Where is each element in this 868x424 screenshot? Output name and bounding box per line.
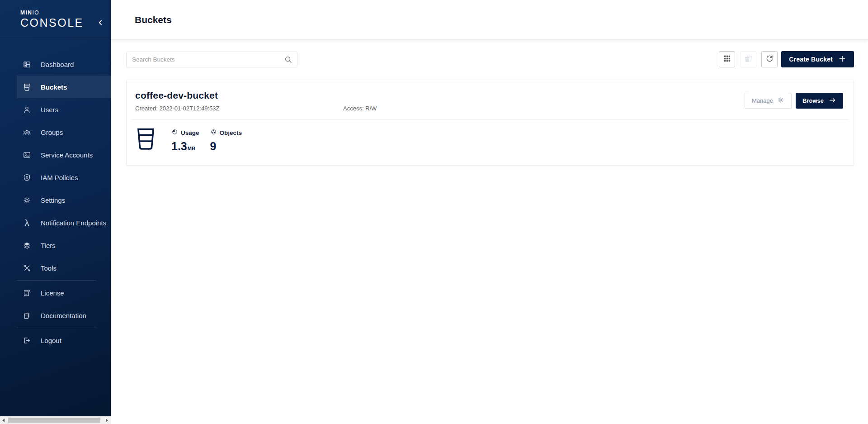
documentation-icon: [23, 311, 31, 320]
objects-value: 9: [210, 140, 242, 153]
sidebar-item-label: Dashboard: [41, 61, 74, 68]
tools-icon: [23, 264, 31, 272]
create-bucket-button[interactable]: Create Bucket: [781, 51, 854, 67]
sidebar-item-buckets[interactable]: Buckets: [17, 76, 111, 98]
sidebar: MINIO CONSOLE Dashboard Buckets Users Gr…: [0, 0, 111, 416]
page-header: Buckets: [111, 0, 868, 39]
bucket-actions: Manage Browse: [745, 93, 843, 109]
license-icon: [23, 289, 31, 297]
sidebar-item-label: Buckets: [41, 83, 67, 91]
sidebar-item-label: IAM Policies: [41, 174, 78, 181]
collapse-sidebar-button[interactable]: [95, 18, 105, 28]
sidebar-item-label: Logout: [41, 337, 61, 344]
sidebar-item-label: Tools: [41, 264, 57, 272]
objects-metric: Objects 9: [210, 129, 242, 153]
service-accounts-icon: [23, 151, 31, 159]
main-content: Buckets Create Bucket coffee-dev-bucket …: [111, 0, 868, 424]
refresh-button[interactable]: [761, 51, 778, 67]
bucket-meta: Created: 2022-01-02T12:49:53Z Access: R/…: [135, 105, 843, 112]
sidebar-item-notification-endpoints[interactable]: λ Notification Endpoints: [17, 211, 111, 234]
minio-logo: MINIO: [20, 10, 111, 15]
sidebar-item-tiers[interactable]: Tiers: [17, 234, 111, 257]
sidebar-item-label: License: [41, 289, 64, 297]
sidebar-divider: [17, 280, 96, 281]
shield-icon: [23, 173, 31, 182]
logo-text-bold: MIN: [20, 10, 33, 16]
usage-unit: MB: [188, 146, 195, 151]
sidebar-nav: Dashboard Buckets Users Groups Service A…: [0, 53, 111, 352]
lambda-icon: λ: [23, 219, 31, 227]
sidebar-item-label: Users: [41, 106, 58, 114]
search-icon: [284, 55, 292, 66]
logo-text-light: IO: [33, 10, 40, 16]
pie-chart-icon: [171, 129, 178, 137]
sidebar-item-groups[interactable]: Groups: [17, 121, 111, 143]
page-title: Buckets: [135, 14, 172, 25]
refresh-icon: [765, 54, 774, 65]
scrollbar-right-arrow[interactable]: [106, 419, 108, 422]
gear-icon: [777, 96, 784, 105]
scrollbar-thumb[interactable]: [8, 418, 100, 423]
sidebar-item-tools[interactable]: Tools: [17, 257, 111, 279]
groups-icon: [23, 128, 31, 137]
bucket-card-header: coffee-dev-bucket Created: 2022-01-02T12…: [127, 80, 854, 119]
horizontal-scrollbar[interactable]: [0, 416, 111, 424]
grid-view-button[interactable]: [719, 51, 735, 67]
user-icon: [23, 105, 31, 114]
bucket-access: Access: R/W: [343, 105, 377, 112]
sidebar-item-service-accounts[interactable]: Service Accounts: [17, 143, 111, 166]
plus-icon: [838, 55, 846, 64]
sidebar-item-dashboard[interactable]: Dashboard: [17, 53, 111, 76]
usage-metric: Usage 1.3MB: [171, 129, 199, 153]
bucket-card: coffee-dev-bucket Created: 2022-01-02T12…: [126, 80, 854, 166]
grid-view-icon: [723, 54, 731, 64]
sidebar-item-documentation[interactable]: Documentation: [17, 304, 111, 327]
bucket-metrics: Usage 1.3MB Objects 9: [171, 129, 242, 153]
manage-label: Manage: [752, 97, 773, 104]
sidebar-item-label: Notification Endpoints: [41, 219, 106, 227]
sidebar-item-users[interactable]: Users: [17, 98, 111, 121]
browse-label: Browse: [802, 97, 824, 104]
bucket-name[interactable]: coffee-dev-bucket: [135, 90, 843, 101]
objects-label: Objects: [220, 129, 242, 136]
sidebar-item-settings[interactable]: Settings: [17, 189, 111, 211]
bucket-icon: [23, 83, 31, 91]
gear-icon: [23, 196, 31, 205]
sidebar-item-label: Groups: [41, 129, 63, 136]
dashboard-icon: [23, 60, 31, 69]
bucket-list-view-icon: [744, 54, 753, 65]
search-box: [126, 52, 297, 67]
sidebar-item-iam-policies[interactable]: IAM Policies: [17, 166, 111, 189]
objects-icon: [210, 129, 217, 137]
logout-icon: [23, 336, 31, 345]
chevron-left-icon: [96, 19, 104, 28]
sidebar-item-logout[interactable]: Logout: [17, 329, 111, 352]
sidebar-item-label: Documentation: [41, 312, 86, 319]
sidebar-item-label: Tiers: [41, 242, 56, 249]
sidebar-divider: [17, 328, 96, 328]
manage-button[interactable]: Manage: [745, 93, 792, 109]
bucket-card-body: Usage 1.3MB Objects 9: [127, 120, 854, 165]
usage-value: 1.3MB: [171, 140, 199, 153]
buckets-toolbar: Create Bucket: [126, 51, 854, 67]
search-input[interactable]: [126, 52, 297, 67]
arrow-right-icon: [829, 96, 836, 105]
bucket-created: Created: 2022-01-02T12:49:53Z: [135, 105, 343, 112]
usage-label: Usage: [181, 129, 199, 136]
list-view-button-disabled: [740, 51, 756, 67]
create-bucket-label: Create Bucket: [789, 56, 833, 63]
sidebar-item-label: Settings: [41, 196, 65, 204]
browse-button[interactable]: Browse: [796, 93, 843, 109]
layers-icon: [23, 241, 31, 250]
scrollbar-left-arrow[interactable]: [2, 419, 5, 422]
sidebar-item-license[interactable]: License: [17, 281, 111, 304]
bucket-icon: [135, 127, 156, 153]
sidebar-logo-block: MINIO CONSOLE: [0, 0, 111, 39]
sidebar-item-label: Service Accounts: [41, 151, 93, 159]
